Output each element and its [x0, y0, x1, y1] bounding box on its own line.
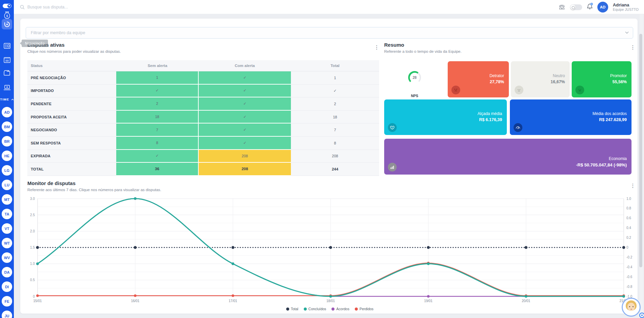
sidebar-member-avatar[interactable]: WV [2, 252, 12, 263]
svg-text:20/01: 20/01 [522, 299, 530, 303]
search-input[interactable] [27, 5, 129, 9]
sidebar-member-avatar[interactable]: JU [2, 311, 12, 318]
com-alerta-cell[interactable]: ✓ [199, 97, 291, 111]
handshake-icon [388, 123, 397, 132]
legend-item[interactable]: Acordos [331, 307, 349, 311]
sem-alerta-cell[interactable]: 8 [116, 137, 199, 150]
svg-text:18/01: 18/01 [326, 299, 335, 303]
sidebar-member-avatar[interactable]: HE [2, 151, 12, 161]
user-info[interactable]: Adriana Equipe JUSTTO [613, 3, 639, 12]
total-cell[interactable]: 1 [291, 71, 379, 85]
user-team: Equipe JUSTTO [613, 7, 639, 12]
legend-item[interactable]: Perdidos [355, 307, 373, 311]
table-row-total: TOTAL 36 208 244 [27, 163, 379, 176]
sidebar-member-avatar[interactable]: BM [2, 121, 12, 132]
sidebar-member-avatar[interactable]: LU [2, 180, 12, 190]
scrollbar-thumb[interactable] [639, 34, 642, 267]
total-cell[interactable]: 7 [291, 123, 379, 137]
com-alerta-cell[interactable]: 208 [199, 150, 291, 163]
total-cell[interactable]: 244 [291, 163, 379, 176]
sidebar-member-avatar[interactable]: WT [2, 238, 12, 248]
legend-item[interactable]: Concluídos [304, 307, 326, 311]
negociacao-tooltip: Negociação [22, 40, 48, 47]
sidebar-member-avatar[interactable]: LG [2, 165, 12, 176]
col-total: Total [291, 60, 379, 71]
target-icon[interactable] [639, 313, 644, 318]
legend-label: Perdidos [360, 307, 373, 311]
sem-alerta-cell[interactable]: 36 [116, 163, 199, 176]
resumo-title: Resumo [384, 42, 404, 48]
assistant-avatar[interactable] [622, 298, 641, 317]
laptop-import-icon [3, 85, 11, 91]
bot-toggle[interactable] [0, 3, 14, 9]
svg-text:-0.6: -0.6 [626, 275, 632, 279]
svg-text:17/01: 17/01 [229, 299, 237, 303]
sidebar-item-finance[interactable]: $ [0, 11, 14, 20]
total-cell[interactable]: 208 [291, 150, 379, 163]
sidebar-item-mensagens[interactable] [0, 55, 14, 64]
sidebar-member-avatar[interactable]: AD [2, 107, 12, 117]
economia-label: Economia [609, 156, 627, 161]
scrollbar-track [640, 14, 643, 318]
media-acordos-label: Média dos acordos [593, 111, 627, 116]
sidebar-item-dashboard-active[interactable] [2, 19, 12, 29]
team-member-filter-select[interactable] [26, 27, 633, 39]
neutro-label: Neutro [553, 73, 565, 78]
assistant-eye [629, 306, 630, 307]
total-cell[interactable]: 18 [291, 111, 379, 124]
sidebar-time-section-toggle[interactable]: TIME [0, 97, 14, 101]
status-cell: PENDENTE [27, 97, 116, 111]
detrator-card: Detrator 27,78% [448, 61, 509, 97]
com-alerta-cell[interactable]: ✓ [199, 137, 291, 150]
disputes-monitor-chart: 00.51.01.52.02.53.01.00.80.60.40.20-0.2-… [27, 195, 632, 303]
headset-icon [570, 5, 575, 10]
monitor-menu-button[interactable]: ⋮ [630, 182, 636, 189]
notifications-button[interactable] [587, 3, 593, 11]
nps-value: 28 [408, 71, 421, 84]
time-label: TIME [0, 97, 9, 101]
sidebar-member-avatar[interactable]: DI [2, 281, 12, 292]
total-cell[interactable]: 8 [291, 137, 379, 150]
total-cell[interactable]: ✓ [291, 85, 379, 98]
media-acordos-card: Média dos acordos R$ 247.628,99 [510, 99, 631, 135]
chevron-up-icon [11, 99, 14, 100]
sidebar-member-avatar[interactable]: FE [2, 296, 12, 306]
sem-alerta-cell[interactable]: ✓ [116, 150, 199, 163]
svg-text:15/01: 15/01 [33, 299, 42, 303]
sem-alerta-cell[interactable]: 7 [116, 123, 199, 137]
resumo-menu-button[interactable]: ⋮ [630, 44, 636, 51]
sidebar-member-avatar[interactable]: TA [2, 209, 12, 219]
user-avatar[interactable]: AD [597, 2, 608, 13]
disputas-menu-button[interactable]: ⋮ [374, 44, 380, 51]
assistant-mouth [630, 309, 632, 310]
sidebar-member-avatar[interactable]: MT [2, 194, 12, 205]
total-cell[interactable]: 2 [291, 97, 379, 111]
com-alerta-cell[interactable]: ✓ [199, 111, 291, 124]
legend-item[interactable]: Total [286, 307, 298, 311]
availability-toggle[interactable] [570, 4, 582, 10]
sidebar-member-avatar[interactable]: VT [2, 223, 12, 234]
com-alerta-cell[interactable]: ✓ [199, 123, 291, 137]
sem-alerta-cell[interactable]: 2 [116, 97, 199, 111]
sidebar-member-avatar[interactable]: BR [2, 136, 12, 146]
neutro-value: 16,67% [551, 80, 565, 84]
sem-alerta-cell[interactable]: ✓ [116, 85, 199, 98]
sem-alerta-cell[interactable]: 18 [116, 111, 199, 124]
sidebar-member-avatar[interactable]: DA [2, 267, 12, 277]
table-header: Status Sem alerta Com alerta Total [27, 60, 379, 71]
sidebar-item-negociacao[interactable] [0, 41, 14, 50]
phone-icon[interactable] [559, 4, 565, 10]
status-cell: NEGOCIANDO [27, 123, 116, 137]
news-icon [4, 43, 10, 49]
sidebar-item-pastas[interactable] [0, 68, 14, 77]
legend-label: Total [291, 307, 298, 311]
topbar: AD Adriana Equipe JUSTTO [14, 0, 644, 14]
com-alerta-cell[interactable]: ✓ [199, 71, 291, 85]
sem-alerta-cell[interactable]: 1 [116, 71, 199, 85]
table-row: IMPORTADO ✓ ✓ ✓ [27, 85, 379, 98]
com-alerta-cell[interactable]: ✓ [199, 85, 291, 98]
com-alerta-cell[interactable]: 208 [199, 163, 291, 176]
svg-text:1.0: 1.0 [626, 197, 631, 201]
legend-label: Concluídos [308, 307, 326, 311]
sidebar-item-importacao[interactable] [0, 83, 14, 92]
